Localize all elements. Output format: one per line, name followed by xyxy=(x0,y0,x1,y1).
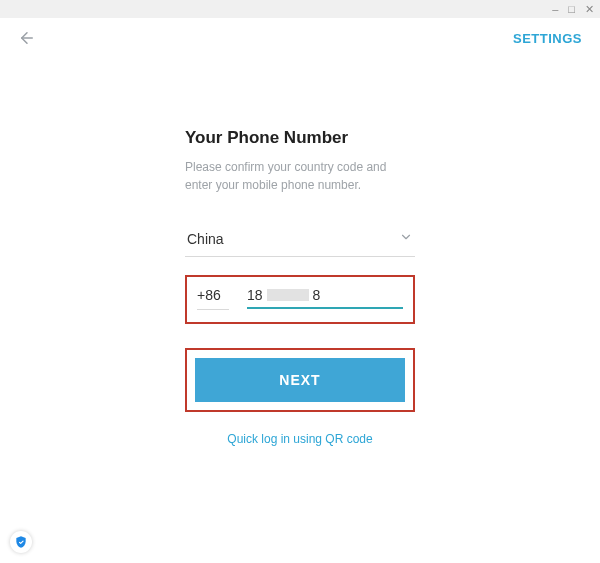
settings-link[interactable]: SETTINGS xyxy=(513,31,582,46)
country-select[interactable]: China xyxy=(185,226,415,257)
phone-suffix: 8 xyxy=(313,287,321,303)
topbar: SETTINGS xyxy=(0,18,600,58)
content: Your Phone Number Please confirm your co… xyxy=(0,58,600,446)
phone-highlight-box: +86 18 8 xyxy=(185,275,415,324)
page-title: Your Phone Number xyxy=(185,128,415,148)
next-button[interactable]: NEXT xyxy=(195,358,405,402)
phone-number-field[interactable]: 18 8 xyxy=(247,287,403,309)
country-code-field[interactable]: +86 xyxy=(197,287,229,310)
shield-icon[interactable] xyxy=(10,531,32,553)
qr-login-link[interactable]: Quick log in using QR code xyxy=(185,432,415,446)
window-titlebar: – □ ✕ xyxy=(0,0,600,18)
phone-redacted xyxy=(267,289,309,301)
maximize-button[interactable]: □ xyxy=(568,4,575,15)
login-form: Your Phone Number Please confirm your co… xyxy=(185,128,415,446)
phone-row: +86 18 8 xyxy=(197,287,403,310)
country-label: China xyxy=(187,231,224,247)
minimize-button[interactable]: – xyxy=(552,4,558,15)
chevron-down-icon xyxy=(399,230,413,248)
next-highlight-box: NEXT xyxy=(185,348,415,412)
page-subtitle: Please confirm your country code and ent… xyxy=(185,158,415,194)
phone-prefix: 18 xyxy=(247,287,263,303)
back-arrow-icon[interactable] xyxy=(18,29,36,47)
close-button[interactable]: ✕ xyxy=(585,4,594,15)
